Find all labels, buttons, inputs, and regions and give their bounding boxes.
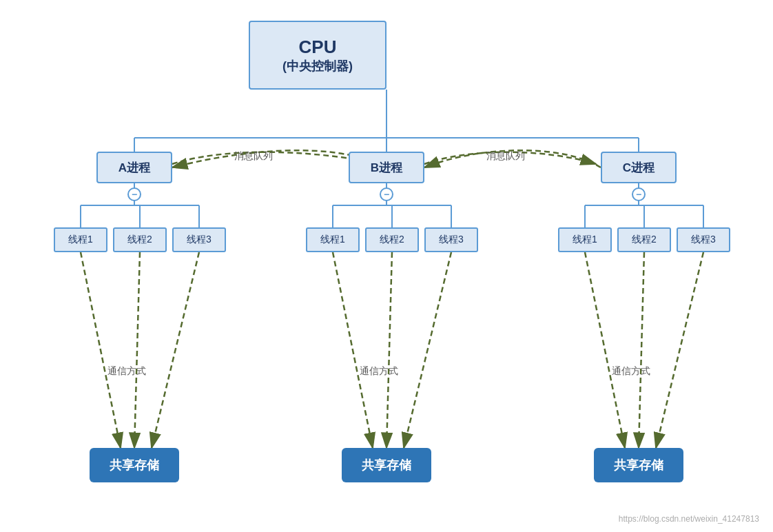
thread-c3: 线程3: [677, 227, 730, 252]
svg-line-28: [639, 252, 644, 448]
shared-c: 共享存储: [594, 448, 683, 482]
label-comm-c: 通信方式: [612, 365, 650, 378]
watermark: https://blog.csdn.net/weixin_41247813: [619, 514, 759, 524]
thread-b2: 线程2: [365, 227, 419, 252]
label-comm-b: 通信方式: [360, 365, 398, 378]
thread-a3: 线程3: [172, 227, 226, 252]
label-mq-bc: 消息队列: [486, 150, 525, 163]
process-b: B进程: [349, 152, 424, 183]
thread-c2: 线程2: [617, 227, 671, 252]
thread-b3: 线程3: [424, 227, 478, 252]
svg-line-22: [134, 252, 140, 448]
label-mq-ab: 消息队列: [234, 150, 273, 163]
cpu-title: CPU: [299, 37, 337, 58]
cpu-box: CPU (中央控制器): [249, 21, 386, 90]
svg-line-25: [386, 252, 392, 448]
thread-b1: 线程1: [306, 227, 360, 252]
svg-line-24: [333, 252, 373, 448]
thread-a1: 线程1: [54, 227, 107, 252]
svg-line-27: [585, 252, 625, 448]
svg-line-29: [656, 252, 703, 448]
diagram: CPU (中央控制器) A进程 B进程 C进程 − − − 线程1 线程2 线程…: [0, 0, 773, 532]
shared-a: 共享存储: [90, 448, 179, 482]
minus-c: −: [632, 187, 646, 201]
thread-c1: 线程1: [558, 227, 612, 252]
svg-line-21: [81, 252, 121, 448]
svg-line-26: [404, 252, 451, 448]
shared-b: 共享存储: [342, 448, 431, 482]
svg-line-23: [152, 252, 199, 448]
minus-a: −: [127, 187, 141, 201]
label-comm-a: 通信方式: [107, 365, 146, 378]
thread-a2: 线程2: [113, 227, 167, 252]
cpu-subtitle: (中央控制器): [282, 58, 353, 74]
minus-b: −: [380, 187, 393, 201]
process-c: C进程: [601, 152, 677, 183]
process-a: A进程: [96, 152, 172, 183]
